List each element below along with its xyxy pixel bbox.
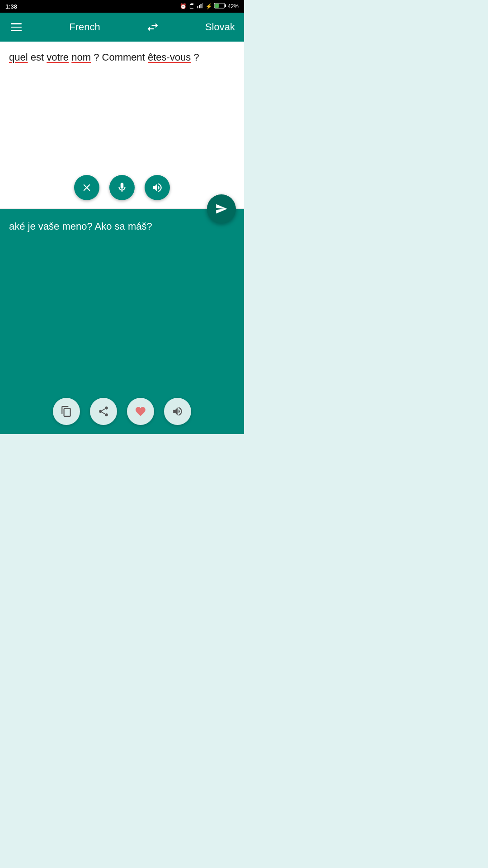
- word-question: ?: [194, 52, 199, 63]
- svg-rect-5: [225, 5, 226, 7]
- copy-button[interactable]: [53, 398, 80, 425]
- word-nom: nom: [71, 52, 91, 63]
- charging-icon: ⚡: [206, 3, 212, 9]
- source-text[interactable]: quel est votre nom ? Comment êtes-vous ?: [9, 50, 235, 65]
- source-panel: quel est votre nom ? Comment êtes-vous ?: [0, 42, 244, 209]
- source-actions: [0, 175, 244, 200]
- svg-rect-6: [215, 4, 219, 8]
- swap-languages-button[interactable]: [146, 20, 160, 34]
- svg-rect-1: [199, 5, 200, 8]
- status-bar: 1:38 ⏰ ⚡ 42%: [0, 0, 244, 13]
- clear-button[interactable]: [74, 175, 99, 200]
- target-language-button[interactable]: Slovak: [205, 21, 235, 33]
- word-est: est: [31, 52, 47, 63]
- word-comment: ? Comment: [94, 52, 148, 63]
- sim-icon: [188, 3, 195, 10]
- word-quel: quel: [9, 52, 28, 63]
- microphone-button[interactable]: [109, 175, 135, 200]
- main-content: quel est votre nom ? Comment êtes-vous ?: [0, 42, 244, 434]
- signal-icon: [197, 3, 204, 10]
- source-speak-button[interactable]: [145, 175, 170, 200]
- target-speak-button[interactable]: [164, 398, 191, 425]
- word-etes-vous: êtes-vous: [148, 52, 191, 63]
- share-button[interactable]: [90, 398, 117, 425]
- svg-rect-3: [202, 3, 203, 8]
- alarm-icon: ⏰: [180, 3, 187, 9]
- word-votre: votre: [47, 52, 69, 63]
- menu-button[interactable]: [9, 21, 23, 33]
- target-actions: [0, 398, 244, 425]
- battery-icon: [214, 3, 226, 10]
- favorite-button[interactable]: [127, 398, 154, 425]
- send-translate-button[interactable]: [207, 194, 236, 223]
- battery-percent: 42%: [228, 3, 239, 9]
- status-time: 1:38: [5, 3, 17, 10]
- source-language-button[interactable]: French: [69, 21, 100, 33]
- target-panel: aké je vaše meno? Ako sa máš?: [0, 209, 244, 434]
- svg-rect-0: [197, 6, 198, 8]
- target-text: aké je vaše meno? Ako sa máš?: [9, 219, 235, 234]
- status-icons: ⏰ ⚡ 42%: [180, 3, 239, 10]
- toolbar: French Slovak: [0, 13, 244, 42]
- svg-rect-2: [201, 4, 202, 8]
